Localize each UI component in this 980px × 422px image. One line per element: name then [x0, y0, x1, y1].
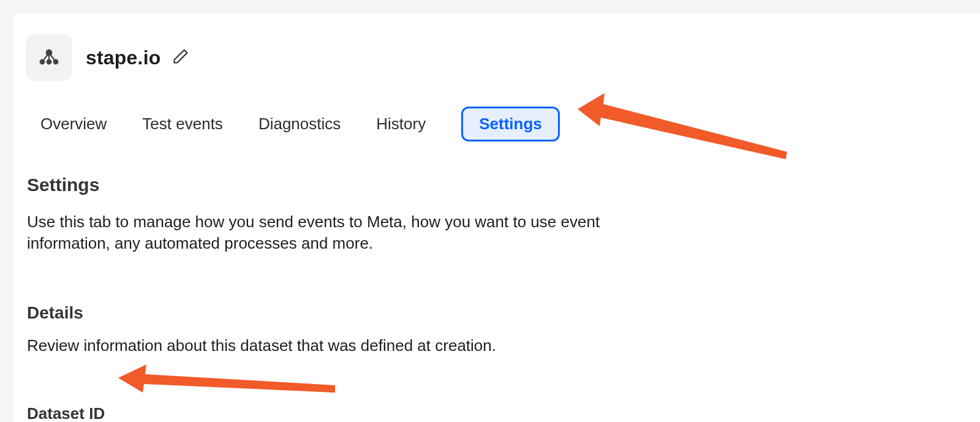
settings-heading: Settings — [27, 175, 956, 195]
edit-title-button[interactable] — [172, 48, 189, 67]
settings-description: Use this tab to manage how you send even… — [27, 211, 639, 254]
details-description: Review information about this dataset th… — [27, 336, 956, 355]
pencil-icon — [172, 48, 189, 67]
page-title: stape.io — [86, 47, 161, 69]
dataset-id-label: Dataset ID — [27, 404, 956, 422]
settings-section: Settings Use this tab to manage how you … — [13, 175, 980, 422]
pixel-icon — [26, 34, 72, 81]
tabs: Overview Test events Diagnostics History… — [13, 81, 980, 141]
tab-overview[interactable]: Overview — [40, 115, 107, 134]
details-heading: Details — [27, 303, 956, 323]
tab-settings[interactable]: Settings — [461, 107, 560, 141]
tab-test-events[interactable]: Test events — [142, 115, 223, 134]
tab-history[interactable]: History — [376, 115, 426, 134]
header: stape.io — [13, 13, 980, 81]
page-card: stape.io Overview Test events Diagnostic… — [13, 13, 980, 422]
tab-diagnostics[interactable]: Diagnostics — [258, 115, 341, 134]
